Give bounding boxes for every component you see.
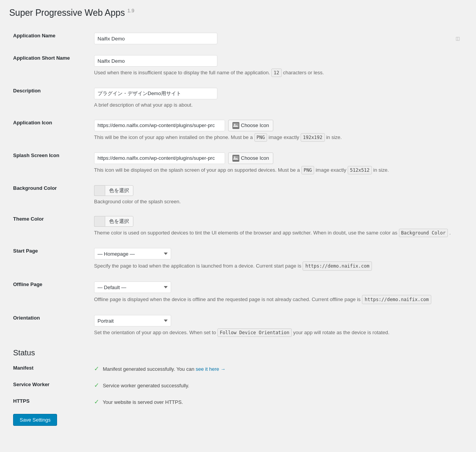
service-worker-row: Service Worker ✓ Service worker generate… [9, 377, 467, 393]
orientation-select[interactable]: Portrait Landscape Follow Device Orienta… [94, 315, 171, 326]
app-icon-label: Application Icon [13, 120, 52, 126]
app-icon-row: Application Icon Ch [9, 114, 467, 147]
https-label: HTTPS [13, 398, 30, 404]
https-message: Your website is served over HTTPS. [103, 399, 183, 405]
orientation-code: Follow Device Orientation [217, 328, 292, 337]
background-color-label: Background Color [13, 185, 57, 191]
splash-icon-format: PNG [301, 166, 315, 174]
orientation-label: Orientation [13, 315, 40, 321]
char-counter: ◫ [456, 36, 460, 41]
app-name-row: Application Name ◫ [9, 27, 467, 50]
description-label: Description [13, 88, 41, 94]
start-page-description: Specify the page to load when the applic… [94, 261, 463, 271]
orientation-description: Set the orientation of your app on devic… [94, 328, 463, 337]
offline-page-row: Offline Page — Default — Custom URL Offl… [9, 276, 467, 310]
char-limit-badge: 12 [271, 69, 281, 77]
theme-color-swatch [94, 216, 105, 227]
background-color-description: Background color of the splash screen. [94, 198, 463, 206]
splash-image-icon [232, 155, 239, 162]
app-short-name-description: Used when there is insufficient space to… [94, 69, 463, 77]
theme-color-label: Theme Color [13, 216, 44, 222]
save-settings-button[interactable]: Save Settings [13, 414, 57, 426]
theme-color-bg-ref: Background Color [399, 229, 448, 237]
app-icon-format: PNG [254, 133, 267, 142]
theme-color-picker: 色を選択 [94, 216, 463, 227]
app-icon-description: This will be the icon of your app when i… [94, 133, 463, 142]
service-worker-check-icon: ✓ [94, 382, 99, 388]
app-icon-choose-button[interactable]: Choose Icon [228, 120, 273, 131]
image-icon [232, 122, 239, 129]
manifest-label: Manifest [13, 365, 34, 371]
description-input[interactable] [94, 88, 217, 99]
theme-color-description: Theme color is used on supported devices… [94, 229, 463, 237]
background-color-button[interactable]: 色を選択 [105, 185, 133, 196]
page-title: Super Progressive Web Apps 1.9 [9, 8, 467, 18]
status-section-title: Status [13, 348, 467, 357]
status-table: Manifest ✓ Manifest generated successful… [9, 360, 467, 410]
start-page-label: Start Page [13, 248, 38, 254]
description-row: Description A brief description of what … [9, 82, 467, 114]
app-icon-size: 192x192 [301, 133, 325, 142]
description-help: A brief description of what your app is … [94, 101, 463, 109]
start-page-row: Start Page — Homepage — Custom URL Speci… [9, 243, 467, 276]
background-color-picker: 色を選択 [94, 185, 463, 196]
service-worker-label: Service Worker [13, 382, 49, 387]
background-color-swatch [94, 185, 105, 196]
manifest-message: Manifest generated successfully. You can [103, 366, 195, 372]
splash-icon-choose-button[interactable]: Choose Icon [228, 152, 273, 164]
manifest-check-icon: ✓ [94, 365, 99, 372]
offline-page-select[interactable]: — Default — Custom URL [94, 281, 171, 293]
start-page-url: https://demo.naifix.com [303, 261, 372, 271]
app-short-name-input[interactable] [94, 55, 217, 67]
splash-icon-description: This icon will be displayed on the splas… [94, 166, 463, 174]
splash-icon-input[interactable] [94, 152, 225, 164]
offline-page-description: Offline page is displayed when the devic… [94, 295, 463, 304]
app-icon-input[interactable] [94, 120, 225, 131]
https-check-icon: ✓ [94, 398, 99, 405]
theme-color-row: Theme Color 色を選択 Theme color is used on … [9, 211, 467, 243]
app-name-input[interactable] [94, 33, 217, 44]
orientation-row: Orientation Portrait Landscape Follow De… [9, 310, 467, 342]
app-name-label: Application Name [13, 33, 56, 39]
start-page-select[interactable]: — Homepage — Custom URL [94, 248, 171, 259]
settings-table: Application Name ◫ Application Short Nam… [9, 27, 467, 342]
splash-icon-row: Splash Screen Icon [9, 147, 467, 180]
splash-icon-label: Splash Screen Icon [13, 152, 59, 158]
background-color-row: Background Color 色を選択 Background color o… [9, 180, 467, 211]
service-worker-message: Service worker generated successfully. [103, 383, 189, 388]
splash-icon-size: 512x512 [348, 166, 372, 174]
manifest-row: Manifest ✓ Manifest generated successful… [9, 360, 467, 377]
manifest-link[interactable]: see it here → [196, 366, 225, 372]
offline-page-url: https://demo.naifix.com [362, 295, 431, 304]
app-short-name-label: Application Short Name [13, 55, 70, 61]
app-short-name-row: Application Short Name Used when there i… [9, 50, 467, 82]
offline-page-label: Offline Page [13, 281, 42, 287]
https-row: HTTPS ✓ Your website is served over HTTP… [9, 393, 467, 410]
theme-color-button[interactable]: 色を選択 [105, 216, 133, 227]
